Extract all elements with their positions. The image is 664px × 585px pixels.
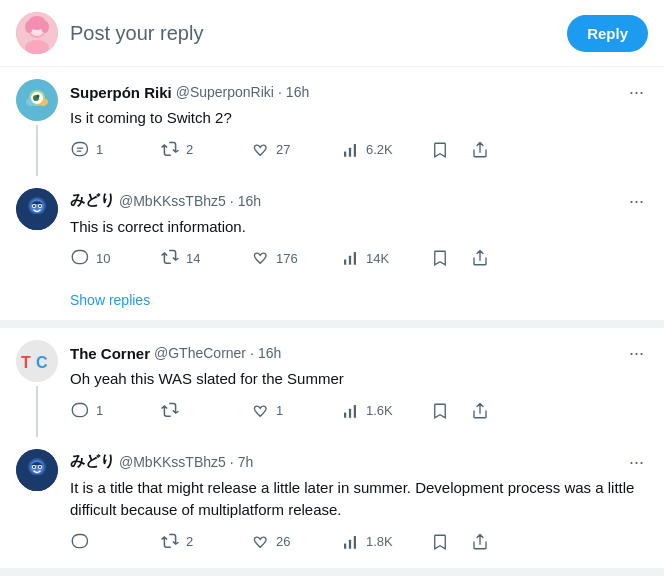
svg-point-40 — [33, 466, 35, 468]
svg-rect-26 — [349, 256, 351, 265]
svg-point-13 — [37, 95, 40, 98]
tweet-item: みどり @MbKKssTBhz5 · 16h ··· This is corre… — [0, 176, 664, 285]
tweet-meta: Superpón Riki @SuperponRiki · 16h — [70, 84, 309, 101]
share-action[interactable] — [470, 401, 500, 421]
views-count: 1.8K — [366, 534, 393, 549]
svg-text:C: C — [36, 354, 48, 371]
retweet-action[interactable]: 2 — [160, 140, 250, 160]
tweet-meta: The Corner @GTheCorner · 16h — [70, 345, 281, 362]
like-icon — [250, 532, 270, 552]
like-icon — [250, 248, 270, 268]
tweet-time: 16h — [258, 345, 281, 361]
svg-rect-27 — [354, 252, 356, 265]
avatar — [16, 449, 58, 491]
tweet-item: みどり @MbKKssTBhz5 · 7h ··· It is a title … — [0, 437, 664, 568]
tweet-handle: @GTheCorner — [154, 345, 246, 361]
reply-icon — [70, 248, 90, 268]
thread-line — [36, 386, 38, 437]
views-action[interactable]: 14K — [340, 248, 430, 268]
tweet-time: 7h — [238, 454, 254, 470]
like-action[interactable]: 27 — [250, 140, 340, 160]
share-action[interactable] — [470, 532, 500, 552]
retweet-action[interactable] — [160, 401, 250, 421]
share-action[interactable] — [470, 248, 500, 268]
retweet-count: 2 — [186, 142, 193, 157]
tweet-header: みどり @MbKKssTBhz5 · 16h ··· — [70, 188, 648, 214]
tweet-time: 16h — [286, 84, 309, 100]
reply-action[interactable]: 1 — [70, 140, 160, 160]
svg-point-5 — [25, 21, 33, 33]
tweet-meta: みどり @MbKKssTBhz5 · 7h — [70, 452, 253, 471]
retweet-count: 2 — [186, 534, 193, 549]
svg-rect-42 — [344, 543, 346, 548]
tweet-left: T C — [16, 340, 58, 437]
svg-text:T: T — [21, 354, 31, 371]
views-count: 6.2K — [366, 142, 393, 157]
tweet-name: Superpón Riki — [70, 84, 172, 101]
tweet-content: It is a title that might release a littl… — [70, 477, 648, 522]
more-button[interactable]: ··· — [625, 188, 648, 214]
tweet-actions: 1 2 27 — [70, 140, 648, 160]
like-action[interactable]: 176 — [250, 248, 340, 268]
thread-2: T C The Corner @GTheCorner · 16h ··· Oh — [0, 328, 664, 576]
bookmark-action[interactable] — [430, 532, 470, 552]
tweet-left — [16, 449, 58, 568]
more-button[interactable]: ··· — [625, 449, 648, 475]
reply-input[interactable]: Post your reply — [70, 22, 555, 45]
reply-bar: Post your reply Reply — [0, 0, 664, 67]
tweet-header: Superpón Riki @SuperponRiki · 16h ··· — [70, 79, 648, 105]
tweet-dot: · — [230, 193, 234, 209]
share-action[interactable] — [470, 140, 500, 160]
tweet-right: みどり @MbKKssTBhz5 · 7h ··· It is a title … — [70, 449, 648, 568]
tweet-actions: 2 26 1.8K — [70, 532, 648, 552]
svg-rect-32 — [349, 408, 351, 417]
avatar — [16, 79, 58, 121]
show-replies-button[interactable]: Show replies — [0, 284, 664, 320]
views-action[interactable]: 1.6K — [340, 401, 430, 421]
retweet-icon — [160, 140, 180, 160]
tweet-right: Superpón Riki @SuperponRiki · 16h ··· Is… — [70, 79, 648, 176]
retweet-icon — [160, 532, 180, 552]
tweet-left — [16, 79, 58, 176]
reply-button[interactable]: Reply — [567, 15, 648, 52]
like-action[interactable]: 1 — [250, 401, 340, 421]
views-action[interactable]: 6.2K — [340, 140, 430, 160]
bookmark-action[interactable] — [430, 248, 470, 268]
tweet-actions: 10 14 176 — [70, 248, 648, 268]
bookmark-action[interactable] — [430, 140, 470, 160]
svg-rect-33 — [354, 405, 356, 418]
reply-action[interactable] — [70, 532, 160, 552]
more-button[interactable]: ··· — [625, 340, 648, 366]
svg-rect-31 — [344, 412, 346, 417]
retweet-action[interactable]: 2 — [160, 532, 250, 552]
retweet-count: 14 — [186, 251, 200, 266]
tweet-time: 16h — [238, 193, 261, 209]
reply-action[interactable]: 1 — [70, 401, 160, 421]
like-icon — [250, 401, 270, 421]
reply-action[interactable]: 10 — [70, 248, 160, 268]
retweet-action[interactable]: 14 — [160, 248, 250, 268]
retweet-icon — [160, 248, 180, 268]
tweet-name: みどり — [70, 452, 115, 471]
views-icon — [340, 140, 360, 160]
tweet-name: The Corner — [70, 345, 150, 362]
tweet-dot: · — [250, 345, 254, 361]
tweet-item: Superpón Riki @SuperponRiki · 16h ··· Is… — [0, 67, 664, 176]
reply-count: 10 — [96, 251, 110, 266]
more-button[interactable]: ··· — [625, 79, 648, 105]
like-action[interactable]: 26 — [250, 532, 340, 552]
share-icon — [470, 248, 490, 268]
views-icon — [340, 248, 360, 268]
avatar — [16, 188, 58, 230]
tweet-content: This is correct information. — [70, 216, 648, 239]
tweet-actions: 1 1 — [70, 401, 648, 421]
share-icon — [470, 401, 490, 421]
bookmark-action[interactable] — [430, 401, 470, 421]
tweet-handle: @MbKKssTBhz5 — [119, 454, 226, 470]
svg-point-23 — [33, 205, 35, 207]
like-icon — [250, 140, 270, 160]
views-action[interactable]: 1.8K — [340, 532, 430, 552]
like-count: 27 — [276, 142, 290, 157]
tweet-dot: · — [230, 454, 234, 470]
svg-rect-43 — [349, 539, 351, 548]
